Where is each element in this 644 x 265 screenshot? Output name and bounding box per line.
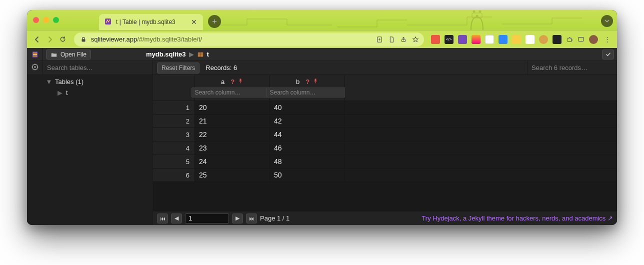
- tab-close-button[interactable]: ✕: [190, 17, 198, 27]
- profile-avatar-icon[interactable]: [589, 35, 598, 44]
- cell[interactable]: 20: [195, 101, 270, 114]
- pager-prev-button[interactable]: ◀: [171, 214, 182, 224]
- cell[interactable]: 44: [270, 128, 345, 142]
- svg-rect-8: [578, 37, 584, 41]
- sidebar-group-label: Tables (1): [55, 78, 84, 86]
- bookmark-star-icon[interactable]: [412, 36, 419, 43]
- window-icon[interactable]: [578, 36, 584, 43]
- column-type-hint-icon[interactable]: ?: [230, 78, 234, 86]
- extension-icon[interactable]: [526, 35, 534, 44]
- gear-icon: [31, 63, 39, 72]
- sidebar-item-table[interactable]: ▶ t: [43, 87, 152, 98]
- tabstrip-overflow-button[interactable]: [601, 15, 613, 27]
- column-header[interactable]: a ?: [195, 75, 270, 101]
- row-number[interactable]: 3: [153, 128, 195, 142]
- records-count-label: Records: 6: [204, 61, 239, 74]
- cell[interactable]: 22: [195, 128, 270, 142]
- breadcrumb-table[interactable]: t: [207, 50, 209, 58]
- extensions-puzzle-icon[interactable]: [566, 36, 573, 43]
- column-search-input[interactable]: [192, 88, 274, 98]
- cell[interactable]: 23: [195, 142, 270, 155]
- pager-page-label: Page 1 / 1: [260, 214, 290, 222]
- cell[interactable]: 40: [270, 101, 345, 114]
- extension-icon[interactable]: </>: [444, 35, 454, 44]
- cell[interactable]: 24: [195, 155, 270, 168]
- address-bar[interactable]: sqliteviewer.app/#/mydb.sqlite3/table/t/: [74, 32, 424, 46]
- svg-rect-12: [33, 56, 37, 56]
- extension-icon[interactable]: [539, 35, 548, 44]
- extension-icon[interactable]: [472, 35, 480, 44]
- sidebar-item-label: t: [66, 89, 68, 96]
- window-close-button[interactable]: [33, 17, 39, 23]
- pager-first-button[interactable]: ⏮: [157, 214, 168, 224]
- extension-icon[interactable]: [512, 35, 521, 44]
- promo-link[interactable]: Try Hydejack, a Jekyll theme for hackers…: [422, 214, 613, 222]
- row-number[interactable]: 5: [153, 155, 195, 168]
- settings-gear-button[interactable]: [27, 61, 43, 74]
- extension-icon[interactable]: [552, 35, 562, 44]
- page-icon[interactable]: [388, 36, 395, 43]
- search-records-input[interactable]: [527, 61, 617, 74]
- window-minimize-button[interactable]: [43, 17, 49, 23]
- row-number[interactable]: 6: [153, 168, 195, 182]
- svg-point-0: [476, 15, 478, 17]
- confirm-toggle-button[interactable]: [602, 50, 614, 60]
- browser-tab-active[interactable]: t | Table | mydb.sqlite3 ✕: [99, 14, 203, 30]
- sidebar-group-tables[interactable]: ▼ Tables (1): [43, 76, 152, 87]
- cell-trailer: [345, 128, 617, 142]
- cell[interactable]: 42: [270, 114, 345, 128]
- svg-rect-11: [33, 54, 37, 55]
- extension-icons: </>: [431, 35, 598, 44]
- back-button[interactable]: [32, 33, 42, 46]
- pager-last-button[interactable]: ⏭: [246, 214, 257, 224]
- column-pin-icon[interactable]: [238, 78, 244, 86]
- extension-icon[interactable]: [485, 35, 494, 44]
- tab-favicon-icon: [104, 18, 112, 27]
- svg-line-22: [32, 64, 33, 65]
- folder-icon: [50, 51, 58, 58]
- column-header[interactable]: b ?: [270, 75, 345, 101]
- breadcrumb-database[interactable]: mydb.sqlite3: [146, 50, 186, 58]
- column-search-input[interactable]: [266, 88, 348, 98]
- row-number[interactable]: 2: [153, 114, 195, 128]
- forward-button[interactable]: [45, 33, 55, 46]
- extension-icon[interactable]: [431, 35, 440, 44]
- extension-icon[interactable]: [498, 35, 508, 44]
- tab-title: t | Table | mydb.sqlite3: [116, 18, 186, 26]
- column-pin-icon[interactable]: [312, 78, 318, 86]
- cell[interactable]: 25: [195, 168, 270, 182]
- cell[interactable]: 21: [195, 114, 270, 128]
- cell[interactable]: 48: [270, 155, 345, 168]
- svg-line-24: [32, 68, 33, 69]
- row-number[interactable]: 1: [153, 101, 195, 114]
- browser-toolbar: sqliteviewer.app/#/mydb.sqlite3/table/t/…: [27, 30, 617, 48]
- row-number[interactable]: 4: [153, 142, 195, 155]
- cell-trailer: [345, 114, 617, 128]
- data-grid: a ? b ? 120402214232244423465244862550: [153, 75, 617, 225]
- new-tab-button[interactable]: +: [208, 15, 221, 28]
- pager-page-input[interactable]: [185, 214, 229, 224]
- disclosure-triangle-icon[interactable]: ▼: [46, 78, 52, 86]
- extension-icon[interactable]: [458, 35, 467, 44]
- reload-button[interactable]: [58, 33, 68, 46]
- disclosure-triangle-icon[interactable]: ▶: [57, 89, 63, 96]
- lock-icon: [80, 36, 87, 43]
- cell[interactable]: 50: [270, 168, 345, 182]
- svg-rect-10: [33, 52, 37, 54]
- app-logo-icon[interactable]: [27, 48, 43, 60]
- pager-bar: ⏮ ◀ ▶ ⏭ Page 1 / 1 Try Hydejack, a Jekyl…: [153, 211, 617, 225]
- column-type-hint-icon[interactable]: ?: [306, 78, 310, 86]
- window-traffic-lights: [33, 10, 59, 30]
- share-icon[interactable]: [400, 36, 407, 43]
- pager-next-button[interactable]: ▶: [232, 214, 243, 224]
- app-filter-bar: Reset Filters Records: 6: [27, 61, 617, 75]
- search-tables-input[interactable]: [43, 61, 153, 74]
- address-url: sqliteviewer.app/#/mydb.sqlite3/table/t/: [91, 36, 202, 43]
- window-zoom-button[interactable]: [53, 17, 59, 23]
- install-app-icon[interactable]: [376, 36, 383, 43]
- browser-menu-button[interactable]: ⋮: [603, 36, 612, 43]
- cell[interactable]: 46: [270, 142, 345, 155]
- reset-filters-button[interactable]: Reset Filters: [157, 62, 200, 74]
- open-file-button[interactable]: Open File: [46, 50, 91, 60]
- cell-trailer: [345, 168, 617, 182]
